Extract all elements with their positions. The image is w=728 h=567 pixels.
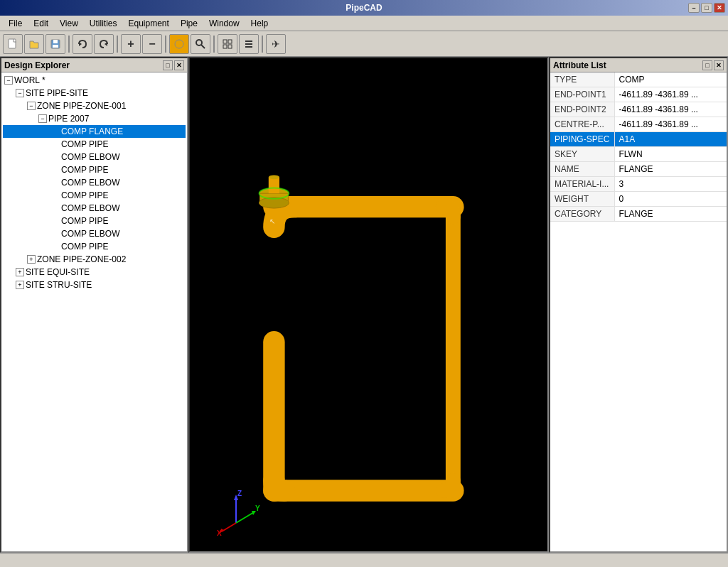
- fly-button[interactable]: ✈: [266, 34, 286, 54]
- attr-val-2: -4611.89 -4361.89 ...: [614, 102, 727, 117]
- tree-item-comp-elbow-3[interactable]: COMP ELBOW: [3, 202, 186, 215]
- menu-file[interactable]: File: [3, 17, 28, 30]
- attribute-table-container: TYPE COMP END-POINT1 -4611.89 -4361.89 .…: [550, 72, 727, 551]
- svg-marker-4: [79, 42, 82, 46]
- title-bar: PipeCAD – □ ✕: [0, 0, 728, 16]
- tree-item-comp-pipe-3[interactable]: COMP PIPE: [3, 189, 186, 202]
- svg-rect-16: [203, 58, 535, 551]
- app-title: PipeCAD: [346, 3, 382, 13]
- menu-utilities[interactable]: Utilities: [84, 17, 123, 30]
- tree-item-comp-pipe-4[interactable]: COMP PIPE: [3, 215, 186, 227]
- attr-row-1[interactable]: END-POINT1 -4611.89 -4361.89 ...: [550, 87, 727, 102]
- tree-item-pipe-2007[interactable]: −PIPE 2007: [3, 112, 186, 125]
- tree-item-zone-pipe-002[interactable]: +ZONE PIPE-ZONE-002: [3, 253, 186, 266]
- attr-key-1: END-POINT1: [550, 87, 614, 102]
- new-button[interactable]: [3, 34, 23, 54]
- add-button[interactable]: +: [121, 34, 141, 54]
- attr-row-7[interactable]: MATERIAL-I... 3: [550, 177, 727, 192]
- tree-item-comp-elbow-4[interactable]: COMP ELBOW: [3, 227, 186, 240]
- menu-window[interactable]: Window: [203, 17, 245, 30]
- svg-point-6: [175, 40, 183, 48]
- viewport-canvas: ↖ Z Y X: [190, 58, 547, 551]
- highlight-button[interactable]: [169, 34, 189, 54]
- tree-label-site-stru: SITE STRU-SITE: [26, 280, 92, 290]
- tree-label-comp-elbow-1: COMP ELBOW: [61, 152, 119, 162]
- svg-line-34: [222, 523, 236, 531]
- tree-item-comp-pipe-1[interactable]: COMP PIPE: [3, 138, 186, 151]
- tree-item-comp-elbow-2[interactable]: COMP ELBOW: [3, 176, 186, 189]
- panel-restore-button[interactable]: □: [163, 60, 173, 70]
- tree-item-comp-elbow-1[interactable]: COMP ELBOW: [3, 151, 186, 163]
- axis-indicator: Z Y X: [211, 487, 261, 537]
- attr-key-9: CATEGORY: [550, 207, 614, 222]
- svg-text:Z: Z: [237, 490, 242, 497]
- separator-3: [165, 36, 166, 53]
- tree-label-comp-elbow-4: COMP ELBOW: [61, 229, 119, 239]
- undo-button[interactable]: [73, 34, 92, 54]
- tree-toggle-site-pipe[interactable]: −: [16, 89, 24, 97]
- attr-row-5[interactable]: SKEY FLWN: [550, 147, 727, 162]
- save-button[interactable]: [46, 34, 65, 54]
- tree-item-worl[interactable]: −WORL *: [3, 74, 186, 87]
- remove-button[interactable]: −: [142, 34, 162, 54]
- tree-label-comp-pipe-4: COMP PIPE: [61, 216, 108, 226]
- grid-button[interactable]: [218, 34, 237, 54]
- tree-toggle-zone-pipe-002[interactable]: +: [27, 255, 36, 264]
- attr-panel-restore-button[interactable]: □: [702, 60, 712, 70]
- tree-label-comp-pipe-5: COMP PIPE: [61, 242, 108, 252]
- attr-row-2[interactable]: END-POINT2 -4611.89 -4361.89 ...: [550, 102, 727, 117]
- redo-button[interactable]: [94, 34, 114, 54]
- menu-edit[interactable]: Edit: [28, 17, 54, 30]
- menu-view[interactable]: View: [54, 17, 84, 30]
- tree-toggle-site-stru[interactable]: +: [16, 281, 24, 289]
- attr-key-4: PIPING-SPEC: [550, 132, 614, 147]
- attr-row-6[interactable]: NAME FLANGE: [550, 162, 727, 177]
- attr-val-3: -4611.89 -4361.89 ...: [614, 117, 727, 132]
- tree-item-comp-pipe-2[interactable]: COMP PIPE: [3, 163, 186, 176]
- minimize-button[interactable]: –: [688, 3, 700, 13]
- list-button[interactable]: [239, 34, 259, 54]
- svg-text:X: X: [217, 529, 222, 537]
- close-button[interactable]: ✕: [714, 3, 725, 13]
- open-button[interactable]: [24, 34, 44, 54]
- menu-help[interactable]: Help: [245, 17, 274, 30]
- tree-item-site-stru[interactable]: +SITE STRU-SITE: [3, 279, 186, 291]
- attr-row-9[interactable]: CATEGORY FLANGE: [550, 207, 727, 222]
- viewport[interactable]: ↖ Z Y X: [188, 57, 549, 553]
- tree-toggle-pipe-2007[interactable]: −: [38, 114, 47, 123]
- svg-line-31: [236, 512, 254, 523]
- separator-1: [68, 36, 70, 53]
- main-layout: Design Explorer □ ✕ −WORL *−SITE PIPE-SI…: [0, 57, 728, 553]
- attr-row-3[interactable]: CENTRE-P... -4611.89 -4361.89 ...: [550, 117, 727, 132]
- separator-4: [213, 36, 215, 53]
- attribute-table: TYPE COMP END-POINT1 -4611.89 -4361.89 .…: [550, 72, 727, 222]
- attr-key-7: MATERIAL-I...: [550, 177, 614, 192]
- attribute-list-header: Attribute List □ ✕: [550, 58, 727, 72]
- tree-item-site-equi[interactable]: +SITE EQUI-SITE: [3, 266, 186, 279]
- menu-pipe[interactable]: Pipe: [175, 17, 203, 30]
- attr-row-4[interactable]: PIPING-SPEC A1A: [550, 132, 727, 147]
- toolbar: + − ✈: [0, 31, 728, 57]
- status-bar: [0, 553, 728, 567]
- svg-rect-3: [53, 45, 58, 48]
- tree-toggle-worl[interactable]: −: [4, 76, 13, 85]
- search-button[interactable]: [191, 34, 210, 54]
- tree-item-comp-flange[interactable]: COMP FLANGE: [3, 125, 186, 138]
- attribute-list-panel: Attribute List □ ✕ TYPE COMP END-POINT1 …: [549, 57, 728, 553]
- tree-item-zone-pipe-001[interactable]: −ZONE PIPE-ZONE-001: [3, 99, 186, 112]
- tree-toggle-zone-pipe-001[interactable]: −: [27, 102, 36, 110]
- svg-rect-2: [53, 40, 58, 43]
- tree-item-site-pipe[interactable]: −SITE PIPE-SITE: [3, 87, 186, 99]
- panel-close-button[interactable]: ✕: [174, 60, 184, 70]
- attr-val-1: -4611.89 -4361.89 ...: [614, 87, 727, 102]
- attr-row-0[interactable]: TYPE COMP: [550, 72, 727, 87]
- maximize-button[interactable]: □: [701, 3, 712, 13]
- tree-item-comp-pipe-5[interactable]: COMP PIPE: [3, 240, 186, 253]
- svg-rect-10: [228, 40, 232, 43]
- menu-equipment[interactable]: Equipment: [123, 17, 175, 30]
- tree-label-comp-elbow-3: COMP ELBOW: [61, 203, 119, 213]
- attr-row-8[interactable]: WEIGHT 0: [550, 192, 727, 207]
- tree-label-comp-pipe-2: COMP PIPE: [61, 165, 108, 175]
- attr-panel-close-button[interactable]: ✕: [714, 60, 724, 70]
- tree-toggle-site-equi[interactable]: +: [16, 268, 24, 276]
